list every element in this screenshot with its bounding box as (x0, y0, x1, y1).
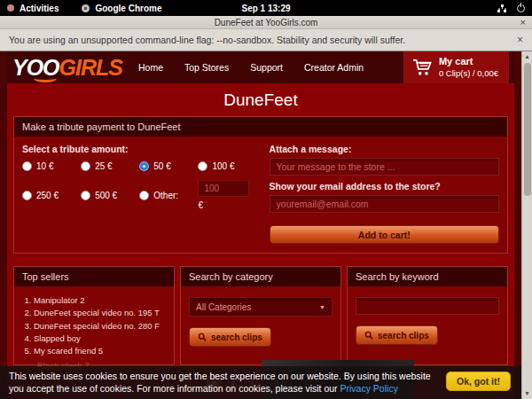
email-label: Show your email address to the store? (270, 181, 499, 192)
nav-item-creator-admin[interactable]: Creator Admin (304, 62, 364, 73)
main-nav: Home Top Stores Support Creator Admin (138, 62, 364, 73)
window-title: DuneFeet at YooGirls.com (215, 18, 318, 27)
amount-radio-100[interactable] (198, 161, 207, 171)
amount-option-25[interactable]: 25 € (81, 161, 139, 171)
top-sellers-panel: Top sellers Manipulator 2 DuneFeet speci… (13, 266, 175, 365)
top-sellers-list: Manipulator 2 DuneFeet special video no.… (14, 286, 174, 364)
amount-option-500[interactable]: 500 € (81, 180, 139, 210)
amount-option-100[interactable]: 100 € (198, 161, 256, 171)
list-item[interactable]: Manipulator 2 (34, 294, 167, 307)
email-input[interactable] (270, 195, 499, 213)
scroll-down-icon[interactable]: ▼ (522, 388, 532, 399)
privacy-policy-link[interactable]: Privacy Policy (340, 383, 398, 394)
other-amount-input[interactable] (198, 180, 249, 197)
cookie-accept-button[interactable]: Ok, got it! (446, 372, 511, 391)
browser-viewport: ▲ ▼ YOOGIRLS Home Top Stores Support Cre… (0, 51, 532, 399)
clock[interactable]: Sep 1 13:29 (0, 4, 532, 13)
network-icon[interactable] (497, 4, 506, 12)
list-item[interactable]: DuneFeet special video no. 195 T (34, 307, 167, 319)
chrome-infobar: You are using an unsupported command-lin… (0, 29, 532, 51)
list-item[interactable]: Slapped boy (34, 332, 167, 345)
message-label: Attach a message: (270, 144, 499, 154)
search-category-header: Search by category (181, 267, 340, 286)
keyword-input[interactable] (356, 297, 499, 315)
nav-item-support[interactable]: Support (250, 62, 283, 73)
window-title-bar: DuneFeet at YooGirls.com × (0, 16, 532, 29)
search-icon (364, 331, 373, 340)
search-icon (198, 332, 207, 341)
gnome-top-bar: Activities Google Chrome Sep 1 13:29 (0, 0, 532, 16)
list-item[interactable]: My scared friend 5 (34, 345, 167, 357)
search-category-panel: Search by category All Categories ▼ sear… (180, 266, 341, 365)
power-icon[interactable] (517, 4, 525, 12)
amount-radio-500[interactable] (81, 191, 90, 200)
activities-indicator-icon (7, 4, 14, 12)
cart-summary: 0 Clip(s) / 0,00€ (439, 68, 498, 79)
currency-label: € (198, 200, 256, 210)
cart-title: My cart (439, 56, 498, 68)
caret-down-icon: ▼ (319, 304, 325, 310)
logo-smile-icon (34, 74, 57, 82)
amount-option-10[interactable]: 10 € (22, 161, 81, 171)
amount-option-50[interactable]: 50 € (139, 161, 198, 171)
top-sellers-header: Top sellers (14, 267, 174, 286)
activities-button[interactable]: Activities (20, 4, 59, 13)
page-container: YOOGIRLS Home Top Stores Support Creator… (7, 51, 514, 399)
infobar-close-icon[interactable]: × (517, 34, 523, 46)
window-close-icon[interactable]: × (520, 16, 526, 28)
site-header: YOOGIRLS Home Top Stores Support Creator… (7, 51, 514, 83)
logo-girls: GIRLS (59, 55, 122, 81)
amount-label: Select a tribute amount: (22, 144, 257, 154)
search-keyword-panel: Search by keyword search clips (347, 266, 508, 365)
amount-radio-250[interactable] (22, 191, 32, 200)
category-select[interactable]: All Categories ▼ (189, 297, 332, 317)
amount-options: 10 € 25 € 50 € 100 € (22, 161, 257, 210)
list-item[interactable]: DuneFeet special video no. 280 F (34, 320, 167, 332)
nav-item-home[interactable]: Home (138, 62, 163, 73)
amount-radio-50[interactable] (139, 161, 149, 171)
focused-app-menu[interactable]: Google Chrome (95, 4, 161, 13)
amount-radio-25[interactable] (81, 161, 90, 171)
chrome-icon (82, 4, 90, 12)
amount-option-250[interactable]: 250 € (22, 180, 81, 210)
scrollbar-thumb[interactable] (524, 63, 531, 196)
cart-icon (412, 59, 432, 76)
search-keyword-header: Search by keyword (348, 267, 507, 286)
tribute-panel: Make a tribute payment to DuneFeet Selec… (13, 116, 508, 254)
search-clips-keyword-button[interactable]: search clips (356, 325, 438, 345)
scroll-up-icon[interactable]: ▲ (522, 51, 532, 62)
search-clips-category-button[interactable]: search clips (189, 327, 271, 347)
nav-item-top-stores[interactable]: Top Stores (184, 62, 229, 73)
message-input[interactable] (270, 158, 499, 176)
amount-option-other[interactable]: Other: (139, 180, 198, 210)
amount-radio-10[interactable] (22, 161, 32, 171)
cookie-banner: This website uses cookies to ensure you … (0, 366, 532, 399)
scrollbar[interactable]: ▲ ▼ (521, 51, 532, 399)
amount-radio-other[interactable] (139, 191, 149, 200)
site-logo[interactable]: YOOGIRLS (12, 55, 122, 81)
add-to-cart-button[interactable]: Add to cart! (270, 225, 499, 244)
tribute-panel-header: Make a tribute payment to DuneFeet (14, 117, 507, 137)
infobar-message: You are using an unsupported command-lin… (9, 35, 405, 45)
my-cart-widget[interactable]: My cart 0 Clip(s) / 0,00€ (403, 51, 509, 83)
page-title: DuneFeet (7, 83, 514, 116)
